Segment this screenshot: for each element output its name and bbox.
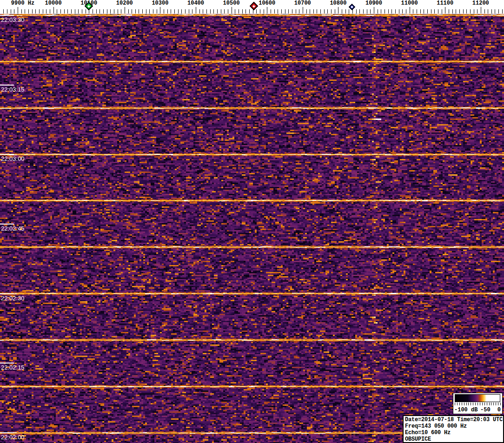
ruler-minor-tick bbox=[242, 9, 243, 13]
ruler-minor-tick bbox=[93, 9, 93, 13]
ruler-major-tick bbox=[410, 7, 410, 13]
time-tick bbox=[0, 224, 14, 225]
ruler-minor-tick bbox=[502, 9, 503, 13]
colorbar-tick bbox=[491, 403, 491, 405]
ruler-minor-tick bbox=[217, 9, 218, 13]
ruler-minor-tick bbox=[417, 9, 417, 13]
ruler-minor-tick bbox=[239, 9, 239, 13]
ruler-minor-tick bbox=[132, 9, 132, 13]
ruler-minor-tick bbox=[39, 9, 40, 13]
time-tick bbox=[0, 363, 14, 364]
ruler-minor-tick bbox=[164, 9, 164, 13]
ruler-label: 10700 bbox=[294, 0, 311, 7]
colorbar-tick bbox=[487, 403, 487, 405]
ruler-minor-tick bbox=[210, 9, 211, 13]
time-label: 22:02:00 bbox=[1, 434, 25, 441]
ruler-minor-tick bbox=[296, 9, 296, 13]
ruler-minor-tick bbox=[228, 9, 228, 13]
time-tick bbox=[0, 15, 14, 16]
colorbar-label-min: -100 dB bbox=[454, 407, 477, 413]
time-tick bbox=[0, 432, 14, 433]
ruler-minor-tick bbox=[103, 9, 104, 13]
time-label: 22:02:45 bbox=[1, 225, 25, 232]
ruler-minor-tick bbox=[484, 9, 485, 13]
time-label: 22:03:00 bbox=[1, 155, 25, 162]
ruler-minor-tick bbox=[292, 9, 292, 13]
colorbar-tick bbox=[477, 403, 478, 405]
ruler-minor-tick bbox=[67, 9, 68, 13]
ruler-minor-tick bbox=[438, 9, 438, 13]
ruler-minor-tick bbox=[32, 9, 33, 13]
ruler-minor-tick bbox=[495, 9, 495, 13]
ruler-minor-tick bbox=[78, 9, 79, 13]
ruler-minor-tick bbox=[256, 9, 257, 13]
ruler-minor-tick bbox=[260, 9, 260, 13]
ruler-major-tick bbox=[53, 7, 54, 13]
colorbar-legend: -100 dB -50 0 bbox=[453, 393, 503, 414]
colorbar-label-mid: -50 bbox=[480, 407, 491, 413]
ruler-minor-tick bbox=[413, 9, 413, 13]
ruler-minor-tick bbox=[406, 9, 406, 13]
ruler-minor-tick bbox=[281, 9, 282, 13]
ruler-minor-tick bbox=[431, 9, 431, 13]
ruler-minor-tick bbox=[370, 9, 371, 13]
ruler-minor-tick bbox=[60, 9, 61, 13]
ruler-minor-tick bbox=[213, 9, 214, 13]
ruler-minor-tick bbox=[21, 9, 22, 13]
ruler-minor-tick bbox=[356, 9, 357, 13]
ruler-minor-tick bbox=[139, 9, 139, 13]
ruler-minor-tick bbox=[167, 9, 168, 13]
ruler-minor-tick bbox=[391, 9, 392, 13]
ruler-minor-tick bbox=[402, 9, 403, 13]
ruler-minor-tick bbox=[199, 9, 200, 13]
ruler-label: 10900 bbox=[365, 0, 382, 7]
ruler-minor-tick bbox=[71, 9, 72, 13]
ruler-minor-tick bbox=[327, 9, 328, 13]
colorbar-tick bbox=[455, 403, 455, 405]
ruler-minor-tick bbox=[7, 9, 7, 13]
ruler-minor-tick bbox=[249, 9, 250, 13]
ruler-minor-tick bbox=[11, 9, 11, 13]
ruler-minor-tick bbox=[135, 9, 136, 13]
ruler-minor-tick bbox=[142, 9, 143, 13]
ruler-minor-tick bbox=[174, 9, 175, 13]
ruler-label: 11200 bbox=[472, 0, 489, 7]
ruler-minor-tick bbox=[363, 9, 364, 13]
ruler-minor-tick bbox=[274, 9, 275, 13]
ruler-minor-tick bbox=[331, 9, 332, 13]
ruler-minor-tick bbox=[110, 9, 111, 13]
ruler-minor-tick bbox=[3, 9, 4, 13]
ruler-minor-tick bbox=[381, 9, 381, 13]
ruler-minor-tick bbox=[349, 9, 349, 13]
info-line-freq: Freq=143 050 000 Hz bbox=[405, 423, 503, 430]
ruler-minor-tick bbox=[178, 9, 179, 13]
ruler-minor-tick bbox=[310, 9, 310, 13]
time-tick bbox=[0, 154, 14, 155]
ruler-minor-tick bbox=[192, 9, 192, 13]
colorbar-labels: -100 dB -50 0 bbox=[453, 407, 502, 414]
ruler-minor-tick bbox=[385, 9, 385, 13]
ruler-major-tick bbox=[338, 7, 338, 13]
colorbar-tick bbox=[466, 403, 467, 405]
ruler-minor-tick bbox=[420, 9, 421, 13]
ruler-label: 10000 bbox=[45, 0, 62, 7]
time-label: 22:03:30 bbox=[1, 16, 25, 23]
ruler-minor-tick bbox=[459, 9, 460, 13]
ruler-minor-tick bbox=[75, 9, 75, 13]
spectrogram-canvas[interactable] bbox=[0, 14, 504, 443]
time-label: 22:02:15 bbox=[1, 364, 25, 371]
ruler-label: 10600 bbox=[259, 0, 275, 7]
ruler-minor-tick bbox=[491, 9, 492, 13]
ruler-minor-tick bbox=[153, 9, 153, 13]
colorbar-tick bbox=[462, 403, 462, 405]
ruler-minor-tick bbox=[474, 9, 474, 13]
ruler-minor-tick bbox=[342, 9, 342, 13]
ruler-minor-tick bbox=[449, 9, 449, 13]
colorbar-tick bbox=[475, 403, 476, 405]
ruler-minor-tick bbox=[128, 9, 129, 13]
colorbar-tick bbox=[457, 403, 458, 405]
ruler-minor-tick bbox=[82, 9, 82, 13]
colorbar-ticks bbox=[455, 403, 501, 405]
ruler-minor-tick bbox=[399, 9, 399, 13]
colorbar-tick bbox=[464, 403, 464, 405]
